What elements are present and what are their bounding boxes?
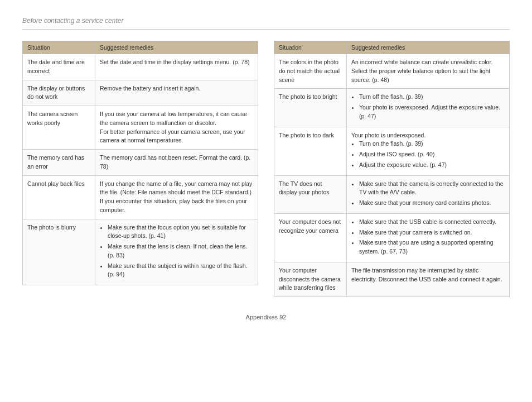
table-row-remedy: If you use your camera at low temperatur… <box>95 106 258 150</box>
page-title: Before contacting a service center <box>22 17 510 30</box>
table-row-situation: The photo is blurry <box>23 219 95 285</box>
list-item: Make sure that your memory card contains… <box>359 199 505 208</box>
list-item: Turn on the flash. (p. 39) <box>359 140 505 149</box>
table-row-situation: The photo is too bright <box>274 89 347 127</box>
list-item: Make sure that the subject is within ran… <box>108 262 253 280</box>
page-footer: Appendixes 92 <box>22 314 510 320</box>
right-table: Situation Suggested remedies The colors … <box>274 41 510 297</box>
left-table-remedies-header: Suggested remedies <box>95 41 258 54</box>
table-row-situation: Your computer disconnects the camera whi… <box>274 262 347 296</box>
list-item: Make sure that your camera is switched o… <box>359 228 505 237</box>
list-item: Make sure that the focus option you set … <box>108 223 253 241</box>
table-row-remedy: Make sure that the camera is correctly c… <box>347 175 510 213</box>
table-row-remedy: The memory card has not been reset. Form… <box>95 150 258 176</box>
left-table-situation-header: Situation <box>23 41 95 54</box>
table-row-remedy: Make sure that the USB cable is connecte… <box>347 213 510 262</box>
table-row-remedy: An incorrect white balance can create un… <box>347 54 510 89</box>
list-item: Make sure that the camera is correctly c… <box>359 180 505 198</box>
right-table-situation-header: Situation <box>274 41 347 54</box>
list-item: Make sure that the lens is clean. If not… <box>108 242 253 260</box>
list-item: Your photo is overexposed. Adjust the ex… <box>359 103 505 121</box>
table-row-remedy: Your photo is underexposed.Turn on the f… <box>347 127 510 175</box>
list-item: Adjust the exposure value. (p. 47) <box>359 161 505 170</box>
table-row-situation: The display or buttons do not work <box>23 80 95 106</box>
left-table: Situation Suggested remedies The date an… <box>22 41 258 285</box>
table-row-remedy: Set the date and time in the display set… <box>95 54 258 80</box>
table-row-situation: The photo is too dark <box>274 127 347 175</box>
table-row-situation: The date and time are incorrect <box>23 54 95 80</box>
list-item: Turn off the flash. (p. 39) <box>359 93 505 102</box>
table-row-remedy: The file transmission may be interrupted… <box>347 262 510 296</box>
table-row-remedy: If you change the name of a file, your c… <box>95 175 258 219</box>
table-row-situation: The memory card has an error <box>23 150 95 176</box>
list-item: Adjust the ISO speed. (p. 40) <box>359 150 505 159</box>
table-row-remedy: Turn off the flash. (p. 39)Your photo is… <box>347 89 510 127</box>
list-item: Make sure that the USB cable is connecte… <box>359 218 505 227</box>
right-table-remedies-header: Suggested remedies <box>347 41 510 54</box>
table-row-situation: The colors in the photo do not match the… <box>274 54 347 89</box>
table-row-situation: The camera screen works poorly <box>23 106 95 150</box>
list-item: Make sure that you are using a supported… <box>359 238 505 256</box>
table-row-remedy: Make sure that the focus option you set … <box>95 219 258 285</box>
table-row-situation: The TV does not display your photos <box>274 175 347 213</box>
table-row-remedy: Remove the battery and insert it again. <box>95 80 258 106</box>
table-row-situation: Your computer does not recognize your ca… <box>274 213 347 262</box>
table-row-situation: Cannot play back files <box>23 175 95 219</box>
tables-wrapper: Situation Suggested remedies The date an… <box>22 41 510 297</box>
